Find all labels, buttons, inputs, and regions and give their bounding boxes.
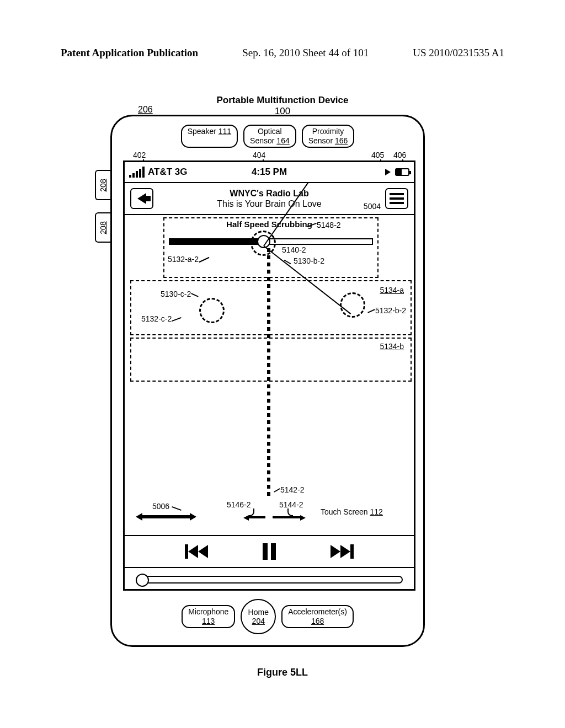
volume-slider[interactable] <box>136 576 403 584</box>
mini-arrow-left-icon <box>243 515 249 521</box>
header-center: Sep. 16, 2010 Sheet 44 of 101 <box>242 47 369 59</box>
playback-controls <box>125 535 414 567</box>
proximity-sensor-label: ProximitySensor 166 <box>302 125 355 148</box>
accelerometer-label: Accelerometer(s)168 <box>281 605 354 628</box>
touch-contact-2 <box>199 298 225 323</box>
ref-5130-b-2: 5130-b-2 <box>284 256 324 265</box>
mini-bar-left <box>249 516 265 518</box>
volume-handle[interactable] <box>136 574 149 587</box>
ref-5132-c-2: 5132-c-2 <box>141 314 182 323</box>
ref-5134-a: 5134-a <box>380 286 404 295</box>
ref-406: 406 <box>393 151 406 159</box>
back-button[interactable] <box>130 188 153 209</box>
ref-402: 402 <box>133 151 146 159</box>
figure-label: Figure 5LL <box>257 667 308 678</box>
ref-5132-b-2: 5132-b-2 <box>367 306 406 315</box>
figure-area: Portable Multifunction Device 100 206 20… <box>0 83 565 689</box>
bottom-sensors: Microphone113 Home 204 Accelerometer(s)1… <box>112 599 423 634</box>
signal-bars-icon <box>129 167 145 178</box>
status-right <box>385 168 409 176</box>
time-label: 4:15 PM <box>252 167 287 178</box>
ref-5146-2: 5146-2 <box>227 500 251 509</box>
lead-5146 <box>249 508 254 516</box>
pause-button[interactable] <box>263 543 276 560</box>
play-status-icon <box>385 169 391 175</box>
previous-button[interactable] <box>185 544 208 559</box>
volume-bar <box>125 567 414 591</box>
nav-title: WNYC's Radio Lab This is Your Brain On L… <box>159 188 380 209</box>
ref-404: 404 <box>253 151 265 159</box>
home-button[interactable]: Home 204 <box>241 599 276 634</box>
carrier-label: AT&T 3G <box>148 167 187 178</box>
mini-arrow-right-icon <box>300 515 306 521</box>
progress-fill <box>170 239 261 244</box>
ref-5144-2: 5144-2 <box>279 500 303 509</box>
device-title: Portable Multifunction Device <box>217 95 349 106</box>
ref-206: 206 <box>138 105 153 115</box>
touch-screen[interactable]: AT&T 3G 4:15 PM WNYC's Radio Lab This is… <box>123 160 415 591</box>
battery-icon <box>395 168 409 176</box>
header-left: Patent Application Publication <box>61 47 198 59</box>
touch-contact-3 <box>340 292 365 318</box>
list-button[interactable] <box>385 188 408 209</box>
device-frame: Speaker 111 OpticalSensor 164 ProximityS… <box>110 115 425 647</box>
nav-bar: WNYC's Radio Lab This is Your Brain On L… <box>125 183 414 215</box>
header-right: US 2010/0231535 A1 <box>413 47 504 59</box>
ref-5142-2: 5142-2 <box>274 485 305 494</box>
side-tab-208b: 208 <box>95 212 110 243</box>
arrow-left-icon <box>137 193 146 204</box>
double-arrow-icon <box>136 513 142 521</box>
ref-405: 405 <box>371 151 384 159</box>
region-box-3 <box>130 338 412 382</box>
lead-5144 <box>287 508 293 516</box>
ref-5004: 5004 <box>364 202 381 211</box>
status-bar: AT&T 3G 4:15 PM <box>125 162 414 183</box>
top-sensors: Speaker 111 OpticalSensor 164 ProximityS… <box>112 125 423 148</box>
bottom-scrub-indicator: 5006 5146-2 5144-2 Touch Screen 112 <box>136 508 406 525</box>
ref-5132-a-2: 5132-a-2 <box>168 255 210 264</box>
ref-5006: 5006 <box>152 502 182 511</box>
next-button[interactable] <box>331 544 354 559</box>
speaker-label: Speaker 111 <box>181 125 238 148</box>
content-area[interactable]: Half Speed Scrubbing 5148-2 5132-a-2 <box>125 215 414 535</box>
ref-5134-b: 5134-b <box>380 342 404 351</box>
optical-sensor-label: OpticalSensor 164 <box>243 125 296 148</box>
ref-5130-c-2: 5130-c-2 <box>161 290 199 298</box>
vertical-dotted-axis <box>267 248 270 496</box>
side-tab-208a: 208 <box>95 170 110 200</box>
microphone-label: Microphone113 <box>182 605 235 628</box>
touch-screen-label: Touch Screen 112 <box>321 507 383 516</box>
ref-5140-2: 5140-2 <box>282 245 306 254</box>
page-header: Patent Application Publication Sep. 16, … <box>0 47 565 59</box>
mini-bar-right <box>273 516 300 518</box>
